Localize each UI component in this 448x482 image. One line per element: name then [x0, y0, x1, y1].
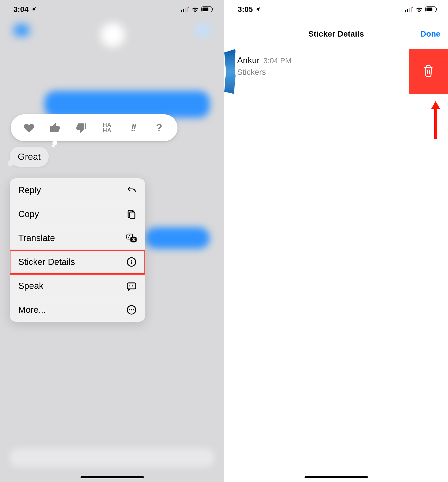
svg-rect-0: [181, 10, 182, 12]
svg-rect-25: [411, 7, 412, 12]
menu-reply[interactable]: Reply: [10, 178, 145, 202]
menu-label: Speak: [18, 281, 44, 291]
trash-icon: [423, 65, 434, 79]
status-time: 3:05: [238, 5, 253, 14]
thumbs-up-reaction[interactable]: [45, 120, 65, 136]
sticker-list-row[interactable]: Ankur 3:04 PM Stickers: [224, 49, 448, 94]
wifi-icon: [192, 7, 199, 12]
context-menu: Reply Copy Translate A文 Sticker Details …: [10, 178, 145, 322]
svg-rect-23: [407, 9, 408, 12]
battery-icon: [201, 6, 213, 12]
battery-icon: [425, 6, 437, 12]
menu-label: Copy: [18, 209, 39, 219]
svg-point-20: [131, 309, 132, 310]
menu-translate[interactable]: Translate A文: [10, 226, 145, 250]
menu-speak[interactable]: Speak: [10, 274, 145, 298]
svg-point-4: [188, 7, 189, 8]
svg-text:文: 文: [132, 238, 136, 242]
home-indicator: [305, 476, 368, 478]
menu-label: More...: [18, 305, 46, 315]
done-button[interactable]: Done: [420, 29, 440, 38]
reply-icon: [126, 185, 137, 195]
status-bar: 3:05: [224, 0, 448, 19]
tapback-bar: HAHA !! ?: [11, 114, 177, 141]
blurred-message-bubble: [145, 227, 210, 249]
blurred-back-button: [13, 24, 30, 36]
thumbs-down-reaction[interactable]: [71, 120, 91, 136]
sticker-info: Ankur 3:04 PM Stickers: [237, 49, 409, 94]
exclaim-reaction[interactable]: !!: [123, 120, 143, 136]
translate-icon: A文: [126, 233, 137, 243]
svg-point-26: [412, 7, 413, 8]
svg-rect-8: [130, 212, 135, 218]
svg-rect-1: [183, 9, 184, 12]
more-icon: [126, 305, 137, 315]
question-reaction[interactable]: ?: [149, 120, 169, 136]
nav-bar: Sticker Details Done: [224, 19, 448, 49]
location-icon: [31, 6, 37, 12]
sender-name: Ankur: [237, 55, 260, 65]
svg-rect-7: [212, 8, 213, 10]
status-time: 3:04: [13, 5, 29, 14]
info-icon: [126, 257, 137, 267]
arrow-annotation: [430, 101, 442, 139]
location-icon: [255, 6, 261, 12]
sticker-thumbnail: [224, 49, 236, 94]
sticker-source: Stickers: [237, 68, 406, 77]
svg-point-16: [129, 285, 130, 286]
svg-point-17: [132, 285, 133, 286]
signal-icon: [405, 7, 413, 12]
svg-point-19: [129, 309, 130, 310]
svg-rect-29: [436, 8, 437, 10]
signal-icon: [181, 7, 189, 12]
svg-rect-15: [127, 283, 136, 289]
delete-button[interactable]: [409, 49, 448, 94]
home-indicator: [80, 476, 144, 478]
svg-rect-6: [202, 8, 208, 11]
haha-reaction[interactable]: HAHA: [97, 120, 117, 136]
svg-point-21: [133, 309, 134, 310]
heart-reaction[interactable]: [19, 120, 39, 136]
blurred-video-button: [196, 24, 211, 36]
wifi-icon: [416, 7, 423, 12]
menu-label: Translate: [18, 233, 55, 243]
svg-rect-22: [405, 10, 406, 12]
svg-rect-3: [187, 7, 188, 12]
blurred-input-bar: [9, 448, 215, 467]
svg-text:A: A: [128, 235, 131, 239]
copy-icon: [126, 209, 137, 219]
blurred-message-bubble: [44, 91, 210, 118]
menu-label: Sticker Details: [18, 257, 75, 267]
message-text: Great: [18, 151, 41, 162]
menu-more[interactable]: More...: [10, 298, 145, 322]
sticker-timestamp: 3:04 PM: [264, 56, 291, 65]
status-bar: 3:04: [0, 0, 224, 19]
sticker-details-screen: 3:05 Sticker Details Done Ankur 3:04 P: [224, 0, 448, 482]
blurred-avatar: [101, 23, 125, 47]
svg-rect-2: [185, 8, 186, 12]
nav-title: Sticker Details: [308, 29, 364, 38]
svg-rect-24: [409, 8, 410, 12]
tapback-tail: [52, 140, 57, 145]
menu-sticker-details[interactable]: Sticker Details: [10, 250, 145, 274]
svg-point-14: [131, 260, 132, 261]
speak-icon: [126, 281, 137, 291]
messages-context-screen: 3:04 HAHA !!: [0, 0, 224, 482]
svg-rect-28: [426, 8, 432, 11]
message-bubble[interactable]: Great: [10, 147, 49, 167]
menu-copy[interactable]: Copy: [10, 202, 145, 226]
menu-label: Reply: [18, 185, 41, 195]
